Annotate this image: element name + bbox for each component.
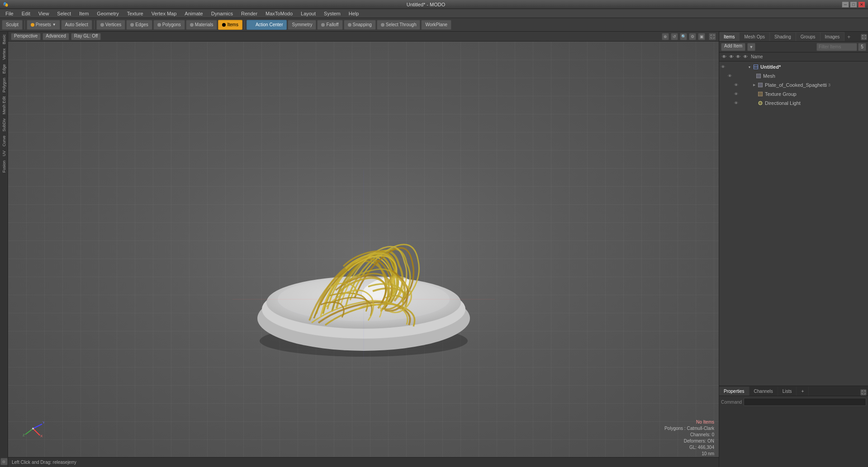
menu-item[interactable]: Item [76,10,92,17]
presets-label: Presets [36,22,51,27]
tree-item-texture-group[interactable]: 👁 Texture Group [719,90,868,99]
panel-expand-btn[interactable]: ⛶ [861,34,867,40]
workplane-label: WorkPlane [425,22,447,27]
minimize-button[interactable]: ─ [842,1,849,8]
items-button[interactable]: Items [218,20,242,30]
menu-select[interactable]: Select [53,10,75,17]
tab-mesh-ops[interactable]: Mesh Ops [740,32,770,41]
menu-system[interactable]: System [320,10,344,17]
menu-dynamics[interactable]: Dynamics [208,10,237,17]
menu-view[interactable]: View [35,10,53,17]
vertices-button[interactable]: Vertices [96,20,126,30]
sidebar-tab-subdiv[interactable]: SubDiv [1,117,7,133]
sculpt-button[interactable]: Sculpt [2,20,23,30]
menu-file[interactable]: File [2,10,17,17]
eye-icon-light[interactable]: 👁 [733,100,739,106]
sidebar-tab-curve[interactable]: Curve [1,134,7,148]
command-input[interactable] [744,398,866,406]
sidebar-tab-basic[interactable]: Basic [1,33,7,46]
filter-items-input[interactable] [816,43,857,51]
expand-icon-spaghetti[interactable]: ▶ [751,82,757,88]
workplane-button[interactable]: WorkPlane [421,20,451,30]
viewport-ray-gl-btn[interactable]: Ray GL: Off [71,33,101,40]
svg-point-12 [32,428,34,429]
tab-items[interactable]: Items [719,32,740,41]
viewport-canvas[interactable]: Y X Z No Items Polygons : Catmull-Clark … [8,42,719,467]
svg-rect-19 [758,83,763,87]
right-panel: Items Mesh Ops Shading Groups Images + ⛶… [719,32,868,467]
auto-select-button[interactable]: Auto Select [61,20,92,30]
bp-tab-channels[interactable]: Channels [749,387,778,396]
bp-tab-add[interactable]: + [797,387,809,396]
sidebar-bottom-btn[interactable]: ⊙ [0,458,8,465]
expand-icon-texture[interactable] [751,91,757,97]
tab-shading[interactable]: Shading [770,32,796,41]
eye-icon-mesh[interactable]: 👁 [726,73,733,79]
snapping-button[interactable]: Snapping [344,20,376,30]
tab-images[interactable]: Images [821,32,845,41]
add-item-dropdown[interactable]: ▼ [747,43,755,51]
tab-groups[interactable]: Groups [796,32,821,41]
expand-icon-light[interactable] [751,100,757,106]
tree-item-untitled[interactable]: 👁 ▼ Untitled* [719,62,868,71]
select-through-button[interactable]: Select Through [377,20,421,30]
add-tab-button[interactable]: + [844,33,853,41]
polygons-button[interactable]: Polygons [153,20,185,30]
presets-button[interactable]: Presets ▼ [27,20,60,30]
select-through-dot-icon [381,23,384,27]
expand-icon-mesh[interactable] [749,73,755,79]
sidebar-tab-mesh-edit[interactable]: Mesh Edit [1,94,7,116]
sidebar-tab-uv[interactable]: UV [1,149,7,158]
maximize-button[interactable]: □ [850,1,857,8]
svg-text:Z: Z [23,433,25,437]
menu-vertex-map[interactable]: Vertex Map [148,10,180,17]
menu-geometry[interactable]: Geometry [93,10,122,17]
viewport-icon-4[interactable]: ⚙ [689,33,696,40]
viewport-perspective-btn[interactable]: Perspective [11,33,41,40]
edges-button[interactable]: Edges [126,20,152,30]
tree-item-mesh-label: Mesh [763,73,775,79]
eye-icon-spaghetti[interactable]: 👁 [733,82,739,88]
tree-item-spaghetti[interactable]: 👁 ▶ Plate_of_Cooked_Spaghetti 3 [719,80,868,90]
menu-animate[interactable]: Animate [181,10,206,17]
close-button[interactable]: ✕ [858,1,865,8]
bottom-panel-expand-btn[interactable]: ⛶ [860,389,867,396]
menu-edit[interactable]: Edit [18,10,34,17]
sidebar-tab-fusion[interactable]: Fusion [1,159,7,175]
name-column-header: Name [751,54,763,59]
menu-texture[interactable]: Texture [123,10,147,17]
viewport-advanced-btn[interactable]: Advanced [43,33,69,40]
main-layout: Basic Vertex Edge Polygon Mesh Edit SubD… [0,32,868,467]
viewport-icon-5[interactable]: ▣ [698,33,705,40]
svg-text:X: X [40,434,43,438]
tree-item-directional-light[interactable]: 👁 Directional Light [719,99,868,108]
sidebar-tab-edge[interactable]: Edge [1,62,7,75]
select-through-label: Select Through [386,22,417,27]
viewport-icon-1[interactable]: ⊕ [662,33,669,40]
falloff-button[interactable]: Falloff [317,20,342,30]
eye-icon-untitled[interactable]: 👁 [720,64,726,70]
viewport-icon-2[interactable]: ↺ [671,33,678,40]
expand-icon-untitled[interactable]: ▼ [746,64,753,70]
viewport-expand-btn[interactable]: ⛶ [709,33,716,40]
tree-item-mesh[interactable]: 👁 Mesh [719,71,868,80]
eye-icon-texture[interactable]: 👁 [733,91,739,97]
bp-tab-properties[interactable]: Properties [719,387,749,396]
items-label: Items [227,22,238,27]
menu-layout[interactable]: Layout [297,10,319,17]
viewport-icon-3[interactable]: 🔍 [680,33,687,40]
menu-maxtomodo[interactable]: MaxToModo [262,10,296,17]
svg-line-10 [33,429,40,435]
filter-count-badge: 5 [858,43,866,51]
materials-dot-icon [190,23,194,27]
action-center-button[interactable]: Action Center [247,20,287,30]
bp-tab-lists[interactable]: Lists [778,387,797,396]
add-item-button[interactable]: Add Item [721,43,745,51]
sidebar-tab-polygon[interactable]: Polygon [1,76,7,94]
menu-render[interactable]: Render [237,10,261,17]
sidebar-tab-vertex[interactable]: Vertex [1,47,7,62]
symmetry-button[interactable]: Symmetry [288,20,316,30]
falloff-label: Falloff [326,22,338,27]
menu-help[interactable]: Help [345,10,363,17]
materials-button[interactable]: Materials [186,20,218,30]
